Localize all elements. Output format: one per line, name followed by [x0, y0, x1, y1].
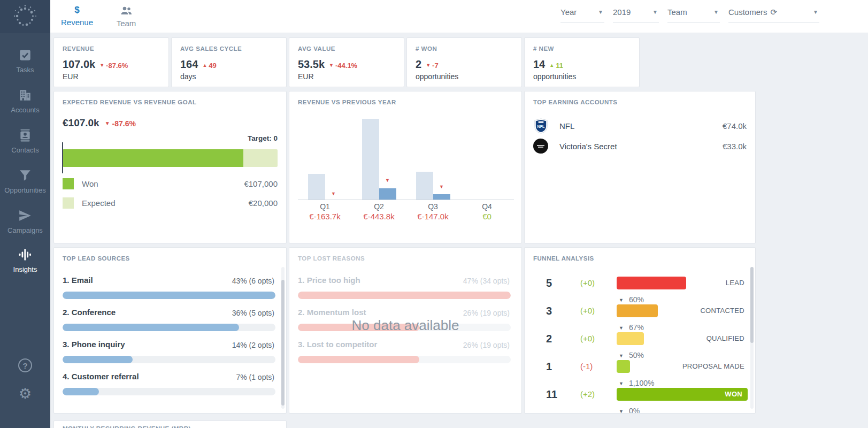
view-tabs: $ Revenue Team — [60, 0, 143, 33]
panel-title: REVENUE VS PREVIOUS YEAR — [298, 99, 396, 105]
kpi-unit: opportunities — [416, 72, 458, 81]
account-row[interactable]: Victoria's Secret €33.0k — [533, 139, 747, 155]
conversion-rate: ▼1,100% — [619, 378, 654, 388]
sidebar-item-label: Opportunities — [0, 186, 50, 194]
filter-year[interactable]: 2019 ▼ — [613, 4, 659, 22]
nfl-logo-icon: NFL — [533, 118, 549, 134]
stage-delta: (-1) — [580, 360, 593, 373]
salesflare-logo — [0, 0, 50, 33]
won-segment — [63, 149, 243, 167]
tab-team[interactable]: Team — [109, 0, 143, 33]
lead-source-bar — [63, 292, 275, 299]
trend-down-icon: ▼ — [105, 120, 110, 126]
kpi-title: REVENUE — [63, 45, 94, 52]
kpi-value: 164▲49 — [180, 58, 217, 71]
chevron-down-icon: ▼ — [619, 381, 624, 386]
q2-column: ▼ — [352, 118, 406, 200]
team-icon — [109, 6, 143, 18]
insights-icon — [0, 248, 50, 263]
scrollbar-thumb[interactable] — [281, 280, 285, 406]
account-row[interactable]: NFL NFL €74.0k — [533, 118, 747, 134]
lost-reason-bar — [298, 356, 511, 363]
panel-top-earning-accounts: TOP EARNING ACCOUNTS NFL NFL €74.0k Vict… — [524, 91, 756, 243]
stage-label: QUALIFIED — [706, 332, 744, 345]
help-button[interactable]: ? — [0, 358, 50, 372]
lead-source-label: 4. Customer referral — [63, 372, 139, 381]
kpi-value: 14▲11 — [533, 58, 563, 71]
dollar-icon: $ — [60, 5, 94, 17]
sidebar-item-label: Accounts — [0, 106, 50, 114]
kpi-unit: days — [180, 72, 196, 81]
conversion-rate: ▼50% — [619, 350, 644, 360]
funnel-bar-qualified — [617, 332, 644, 345]
kpi-unit: EUR — [298, 72, 314, 81]
kpi-card-avg-value: AVG VALUE 53.5k▼-44.1% EUR — [289, 37, 404, 87]
lost-reason-bar — [298, 292, 511, 299]
target-marker — [62, 142, 63, 173]
tasks-icon — [0, 48, 50, 63]
chevron-down-icon: ▼ — [619, 353, 624, 358]
kpi-title: # NEW — [533, 45, 554, 52]
expected-segment — [243, 149, 278, 167]
sidebar: Tasks Accounts Contacts Opportunities Ca… — [0, 0, 50, 428]
stage-label: PROPOSAL MADE — [682, 360, 744, 373]
trend-down-icon: ▼ — [329, 63, 334, 68]
legend-row-won: Won €107,000 — [63, 178, 278, 190]
lead-source-stat: 43% (6 opts) — [232, 277, 274, 285]
stage-delta: (+0) — [580, 304, 595, 317]
chevron-down-icon: ▼ — [619, 409, 624, 414]
sidebar-item-contacts[interactable]: Contacts — [0, 128, 50, 154]
stage-count: 2 — [546, 332, 567, 345]
filter-pipeline[interactable]: Customers⟳ ▼ — [728, 4, 819, 22]
refresh-icon: ⟳ — [771, 7, 778, 17]
conversion-rate: ▼0% — [619, 406, 640, 414]
gear-icon: ⚙ — [19, 386, 32, 402]
contacts-icon — [0, 128, 50, 143]
scrollbar-thumb[interactable] — [750, 267, 754, 343]
kpi-value: 107.0k▼-87.6% — [63, 58, 128, 71]
kpi-value: 53.5k▼-44.1% — [298, 58, 357, 71]
funnel-bar-proposal-made — [617, 360, 630, 373]
trend-up-icon: ▲ — [202, 63, 207, 68]
quarter-bars: ▼ ▼ ▼ ▼ — [298, 118, 514, 200]
accounts-icon — [0, 88, 50, 103]
lead-source-label: 3. Phone inquiry — [63, 340, 125, 349]
q4-column: ▼ — [460, 118, 514, 200]
sidebar-item-tasks[interactable]: Tasks — [0, 48, 50, 74]
funnel-bar-contacted — [617, 304, 658, 317]
quarter-labels: Q1€-163.7k Q2€-443.8k Q3€-147.0k Q4€0 — [298, 202, 514, 221]
target-label: Target: 0 — [248, 134, 278, 142]
settings-button[interactable]: ⚙ — [0, 386, 50, 401]
lead-source-label: 1. Email — [63, 276, 93, 285]
filter-team[interactable]: Team ▼ — [667, 4, 720, 22]
lead-source-bar — [63, 356, 275, 363]
lost-reason-stat: 26% (19 opts) — [463, 309, 510, 317]
q1-prev-year-bar — [308, 174, 325, 200]
sidebar-item-opportunities[interactable]: Opportunities — [0, 169, 50, 194]
expected-revenue-value: €107.0k▼-87.6% — [63, 117, 136, 129]
stage-label: WON — [725, 388, 742, 401]
stage-delta: (+0) — [580, 277, 595, 289]
legend-row-expected: Expected €20,000 — [63, 197, 278, 209]
stage-label: LEAD — [726, 277, 744, 289]
decrease-marker-icon: ▼ — [436, 184, 447, 189]
kpi-title: AVG VALUE — [298, 45, 335, 52]
sidebar-item-label: Contacts — [0, 146, 50, 154]
lead-source-stat: 7% (1 opts) — [236, 373, 274, 381]
tab-revenue[interactable]: $ Revenue — [60, 0, 94, 33]
scrollbar — [750, 267, 754, 409]
sidebar-item-campaigns[interactable]: Campaigns — [0, 209, 50, 234]
sidebar-item-accounts[interactable]: Accounts — [0, 88, 50, 114]
panel-revenue-vs-previous-year: REVENUE VS PREVIOUS YEAR ▼ ▼ ▼ — [289, 91, 522, 243]
chevron-down-icon: ▼ — [813, 9, 818, 15]
conversion-rate: ▼60% — [619, 295, 644, 304]
lost-reason-label: 1. Price too high — [298, 276, 360, 285]
decrease-marker-icon: ▼ — [382, 178, 393, 183]
kpi-title: AVG SALES CYCLE — [180, 45, 242, 52]
x-axis — [298, 200, 514, 200]
filter-period-type[interactable]: Year ▼ — [560, 4, 604, 22]
panel-title: EXPECTED REVENUE VS REVENUE GOAL — [63, 99, 197, 105]
sidebar-item-insights[interactable]: Insights — [0, 248, 50, 273]
kpi-unit: opportunities — [533, 72, 576, 81]
scrollbar — [281, 267, 285, 409]
